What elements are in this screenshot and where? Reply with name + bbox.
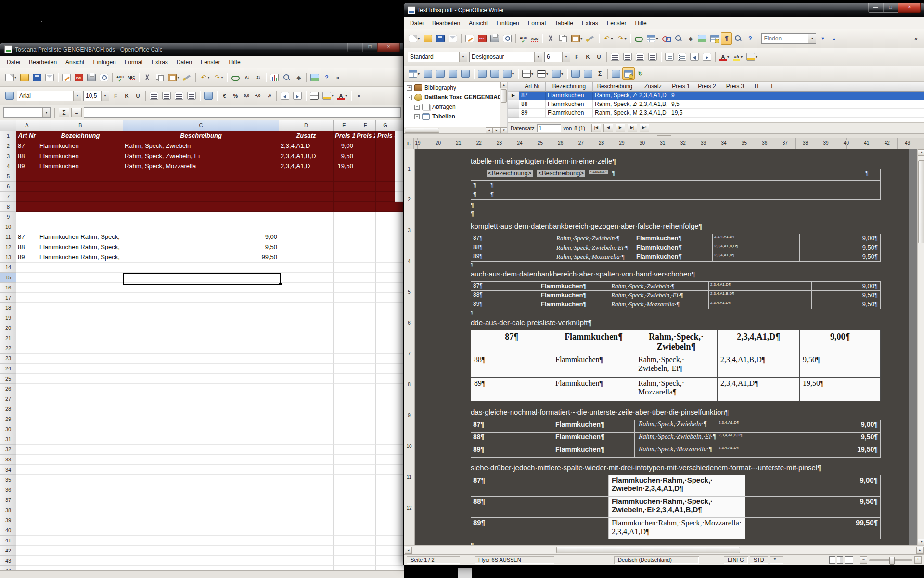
cell-C9[interactable] — [123, 212, 279, 222]
cell-D32[interactable] — [279, 445, 334, 455]
datasrc-button[interactable] — [708, 32, 721, 45]
font-size-combo[interactable]: 10,5 ▾ — [83, 91, 109, 101]
cell-A7[interactable] — [16, 192, 38, 202]
cell-D3[interactable]: 2,3,4,A1,B,D — [279, 151, 334, 161]
cell-G34[interactable] — [376, 465, 395, 475]
grid-cell[interactable]: Rahm, Speck, Mo — [593, 109, 637, 118]
cell-F10[interactable] — [355, 222, 376, 232]
find-input[interactable]: Finden ▾ — [761, 33, 816, 44]
name-box[interactable]: ▾ — [3, 107, 51, 118]
chevron-down-icon[interactable]: ▾ — [459, 52, 467, 62]
grid-column-preis-1[interactable]: Preis 1 — [669, 82, 693, 92]
cell-D31[interactable] — [279, 434, 334, 445]
doc-table-cell[interactable]: 88¶ — [471, 497, 609, 518]
scrollbar-thumb[interactable] — [501, 89, 507, 103]
doc-table-cell[interactable]: 9,00¶ — [812, 282, 881, 291]
grid-cell[interactable]: 9 — [669, 92, 693, 100]
cell-E33[interactable] — [334, 455, 355, 465]
cell-B19[interactable] — [38, 313, 123, 323]
indent-dec-button[interactable] — [688, 51, 701, 63]
cell-B44[interactable] — [38, 566, 123, 570]
zoom-button[interactable] — [732, 32, 744, 45]
doc-table-cell[interactable]: Rahm,·​Speck,·​Mozzarella·​¶ — [552, 252, 633, 262]
cell-F38[interactable] — [355, 505, 376, 515]
cell-E42[interactable] — [334, 546, 355, 556]
doc-table-cell[interactable]: Flammkuchen¶ — [633, 243, 713, 252]
minimize-button[interactable]: — — [347, 43, 362, 52]
cell-F17[interactable] — [355, 293, 376, 303]
cell-H13[interactable] — [395, 252, 404, 263]
function-button[interactable]: = — [71, 108, 82, 117]
cell-C1[interactable]: Beschreibung — [123, 131, 279, 141]
cell-G1[interactable]: Preis 3 — [376, 131, 395, 141]
find-button[interactable] — [672, 32, 685, 45]
cell-C15[interactable] — [123, 273, 279, 283]
cell-A17[interactable] — [16, 293, 38, 303]
cell-D4[interactable]: 2,3,4,A1,D — [279, 161, 334, 171]
cell-A39[interactable] — [16, 515, 38, 525]
status-page-style[interactable]: Flyer 6S AUSSEN — [475, 556, 554, 564]
cell-D38[interactable] — [279, 505, 334, 515]
row-header-24[interactable]: 24 — [0, 364, 16, 374]
cell-G2[interactable] — [376, 141, 395, 151]
align-right-button[interactable] — [173, 90, 185, 102]
cell-B10[interactable] — [38, 222, 123, 232]
tree-item-abfragen[interactable]: +Abfragen — [404, 102, 500, 112]
doc-table-cell[interactable]: Flammkuchen¶ — [633, 252, 713, 262]
grid-cell[interactable] — [749, 92, 764, 100]
cell-B27[interactable] — [38, 394, 123, 404]
cell-C39[interactable] — [123, 515, 279, 525]
cell-B11[interactable]: Flammkuchen Rahm, Speck, — [38, 232, 123, 242]
cell-E39[interactable] — [334, 515, 355, 525]
menu-calc-extras[interactable]: Extras — [147, 57, 172, 67]
doc-table-cell[interactable]: 88¶ — [471, 433, 552, 445]
field-chip-bezeichnung[interactable]: <Bezeichnung> — [487, 170, 533, 177]
insert-row-button[interactable] — [422, 67, 434, 80]
cell-B33[interactable] — [38, 455, 123, 465]
cell-B41[interactable] — [38, 536, 123, 546]
doc-heading[interactable]: auch·​aus·​dem·​datenbankbereich·​aber·​… — [471, 269, 880, 279]
table-button[interactable]: ▾ — [407, 67, 422, 80]
mail-button[interactable] — [447, 32, 459, 45]
cell-F3[interactable] — [355, 151, 376, 161]
tree-item-bibliography[interactable]: +Bibliography — [404, 83, 500, 92]
cell-E1[interactable]: Preis 1 — [334, 131, 355, 141]
cell-H43[interactable] — [395, 556, 404, 566]
styles-button[interactable] — [3, 90, 16, 102]
cell-G27[interactable] — [376, 394, 395, 404]
grid-cell[interactable]: Flammkuchen — [546, 100, 593, 109]
cell-D19[interactable] — [279, 313, 334, 323]
cell-C20[interactable] — [123, 323, 279, 333]
data-to-text-button[interactable] — [610, 67, 622, 80]
cell-D15[interactable] — [279, 273, 334, 283]
scrollbar-thumb[interactable] — [918, 160, 924, 243]
mail-button[interactable] — [43, 71, 56, 84]
cell-E29[interactable] — [334, 414, 355, 424]
cell-D5[interactable] — [279, 171, 334, 182]
cell-H29[interactable] — [395, 414, 404, 424]
doc-table-cell[interactable]: 2,3,4,A1,D¶ — [718, 330, 800, 354]
cell-B14[interactable] — [38, 263, 123, 273]
insert-col-button[interactable] — [434, 67, 447, 80]
cell-C25[interactable] — [123, 374, 279, 384]
italic-button[interactable]: K — [121, 90, 132, 102]
cell-E41[interactable] — [334, 536, 355, 546]
cell-D41[interactable] — [279, 536, 334, 546]
para-button[interactable]: ¶ — [721, 32, 732, 45]
cell-D23[interactable] — [279, 354, 334, 364]
cell-B17[interactable] — [38, 293, 123, 303]
cell-H16[interactable] — [395, 283, 404, 293]
cell-B21[interactable] — [38, 333, 123, 343]
cell-B43[interactable] — [38, 556, 123, 566]
grid-cell[interactable]: Flammkuchen — [546, 92, 593, 100]
doc-table-cell[interactable]: 87¶ — [471, 234, 552, 243]
doc-table-cell[interactable]: 2,3,4,A1,B,D¶ — [718, 354, 800, 378]
cell-A42[interactable] — [16, 546, 38, 556]
cell-C41[interactable] — [123, 536, 279, 546]
grid-cell[interactable] — [749, 109, 764, 118]
menu-calc-bearbeiten[interactable]: Bearbeiten — [25, 57, 61, 67]
status-insert-mode[interactable]: EINFG — [724, 556, 748, 564]
cell-H6[interactable] — [395, 182, 404, 192]
row-header-41[interactable]: 41 — [0, 536, 16, 546]
cell-E37[interactable] — [334, 495, 355, 505]
